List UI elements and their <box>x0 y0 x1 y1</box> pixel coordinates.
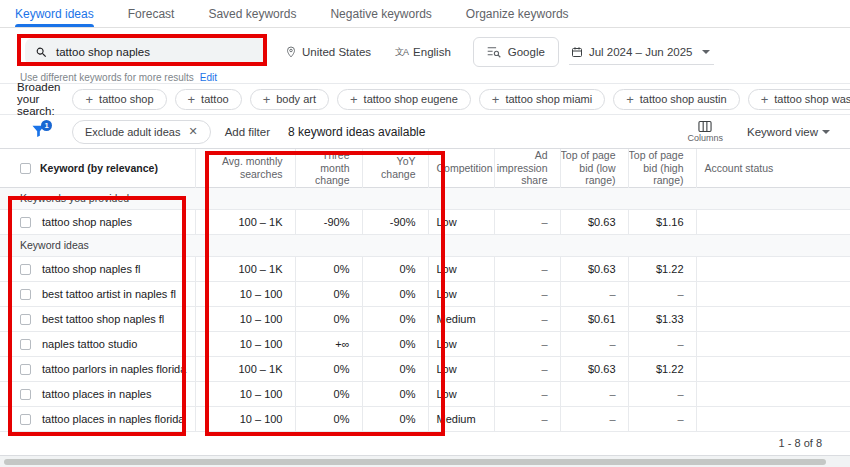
tab-label: Organize keywords <box>466 7 569 21</box>
close-icon[interactable]: ✕ <box>188 125 197 138</box>
broaden-chip-label: tattoo shop <box>99 93 153 105</box>
broaden-chip-label: body art <box>276 93 316 105</box>
cell-competition: Low <box>428 209 494 234</box>
broaden-chip[interactable]: +tattoo shop eugene <box>337 89 471 110</box>
header-ad-impression-share[interactable]: Ad impression share <box>494 149 560 187</box>
broaden-chip[interactable]: +tattoo shop washington <box>748 89 850 110</box>
columns-button[interactable]: Columns <box>688 121 724 143</box>
row-checkbox[interactable] <box>20 264 31 275</box>
date-range-value: Jul 2024 – Jun 2025 <box>589 46 693 58</box>
cell-yoy-change: -90% <box>362 209 428 234</box>
broaden-chip[interactable]: +body art <box>250 89 329 110</box>
header-avg-monthly-searches[interactable]: Avg. monthly searches <box>195 149 295 187</box>
cell-three-month-change: 0% <box>295 256 362 281</box>
translate-icon: 文A <box>395 46 408 59</box>
cell-keyword: best tattoo shop naples fl <box>40 306 195 331</box>
header-yoy-change[interactable]: YoY change <box>362 149 428 187</box>
location-value: United States <box>302 46 371 58</box>
cell-keyword: tattoo parlors in naples florida <box>40 356 195 381</box>
exclude-adult-ideas-chip[interactable]: Exclude adult ideas ✕ <box>72 120 211 144</box>
broaden-chip[interactable]: +tattoo shop austin <box>613 89 739 110</box>
table-row: tattoo places in naples florida10 – 1000… <box>0 406 850 431</box>
filter-count-badge: 1 <box>41 120 52 131</box>
tab-keyword-ideas[interactable]: Keyword ideas <box>15 0 94 27</box>
header-keyword[interactable]: Keyword (by relevance) <box>40 149 195 187</box>
keyword-planner-app: Keyword ideas Forecast Saved keywords Ne… <box>0 0 850 467</box>
section-title: Keywords you provided <box>0 187 850 209</box>
cell-avg-monthly-searches: 10 – 100 <box>195 306 295 331</box>
cell-avg-monthly-searches: 100 – 1K <box>195 256 295 281</box>
row-checkbox[interactable] <box>20 217 31 228</box>
section-header-row: Keywords you provided <box>0 187 850 209</box>
keyword-view-selector[interactable]: Keyword view <box>747 126 830 138</box>
cell-three-month-change: -90% <box>295 209 362 234</box>
header-top-of-page-bid-low[interactable]: Top of page bid (low range) <box>560 149 628 187</box>
cell-keyword: tattoo shop naples fl <box>40 256 195 281</box>
pagination-range: 1 - 8 of 8 <box>779 437 822 449</box>
cell-three-month-change: 0% <box>295 381 362 406</box>
header-competition[interactable]: Competition <box>428 149 494 187</box>
row-checkbox[interactable] <box>20 289 31 300</box>
cell-yoy-change: 0% <box>362 381 428 406</box>
search-input[interactable]: tattoo shop naples <box>25 38 267 66</box>
cell-yoy-change: 0% <box>362 306 428 331</box>
cell-account-status <box>696 209 850 234</box>
cell-yoy-change: 0% <box>362 331 428 356</box>
edit-keywords-link[interactable]: Edit <box>200 72 217 83</box>
row-checkbox[interactable] <box>20 339 31 350</box>
tab-bar: Keyword ideas Forecast Saved keywords Ne… <box>0 0 850 28</box>
broaden-chip[interactable]: +tattoo <box>175 89 242 110</box>
row-checkbox[interactable] <box>20 314 31 325</box>
network-value: Google <box>508 46 545 58</box>
table-row: tattoo places in naples10 – 1000%0%Low––… <box>0 381 850 406</box>
cell-top-of-page-bid-low: $0.63 <box>560 209 628 234</box>
search-icon <box>35 46 48 59</box>
broaden-chip[interactable]: +tattoo shop <box>72 89 166 110</box>
broaden-chip-label: tattoo shop miami <box>505 93 592 105</box>
header-three-month-change[interactable]: Three month change <box>295 149 362 187</box>
plus-icon: + <box>492 93 500 106</box>
cell-yoy-change: 0% <box>362 406 428 431</box>
network-selector[interactable]: Google <box>473 37 559 67</box>
tab-saved-keywords[interactable]: Saved keywords <box>208 0 296 27</box>
cell-top-of-page-bid-high: – <box>628 406 696 431</box>
cell-ad-impression-share: – <box>494 331 560 356</box>
broaden-chip[interactable]: +tattoo shop miami <box>479 89 605 110</box>
add-filter-button[interactable]: Add filter <box>225 126 270 138</box>
language-selector[interactable]: 文A English <box>395 46 451 59</box>
header-top-of-page-bid-high[interactable]: Top of page bid (high range) <box>628 149 696 187</box>
cell-ad-impression-share: – <box>494 256 560 281</box>
tab-forecast[interactable]: Forecast <box>128 0 175 27</box>
row-checkbox[interactable] <box>20 364 31 375</box>
plus-icon: + <box>761 93 769 106</box>
header-label: Three month change <box>296 149 350 187</box>
cell-competition: Low <box>428 281 494 306</box>
header-label: Top of page bid (low range) <box>561 149 616 187</box>
tab-organize-keywords[interactable]: Organize keywords <box>466 0 569 27</box>
cell-three-month-change: 0% <box>295 356 362 381</box>
cell-competition: Low <box>428 331 494 356</box>
cell-top-of-page-bid-low: $0.61 <box>560 306 628 331</box>
row-checkbox[interactable] <box>20 414 31 425</box>
location-selector[interactable]: United States <box>285 46 371 58</box>
cell-account-status <box>696 356 850 381</box>
pagination: 1 - 8 of 8 <box>0 432 850 456</box>
horizontal-scrollbar[interactable] <box>4 459 826 465</box>
plus-icon: + <box>85 93 93 106</box>
tab-label: Saved keywords <box>208 7 296 21</box>
tab-negative-keywords[interactable]: Negative keywords <box>330 0 431 27</box>
cell-ad-impression-share: – <box>494 209 560 234</box>
cell-top-of-page-bid-high: – <box>628 381 696 406</box>
cell-three-month-change: 0% <box>295 306 362 331</box>
keyword-table-body: Keywords you providedtattoo shop naples1… <box>0 187 850 431</box>
table-row: best tattoo artist in naples fl10 – 1000… <box>0 281 850 306</box>
select-all-checkbox[interactable] <box>20 163 31 174</box>
date-range-selector[interactable]: Jul 2024 – Jun 2025 <box>569 39 715 65</box>
row-checkbox[interactable] <box>20 389 31 400</box>
filter-funnel-icon[interactable]: 1 <box>30 123 50 141</box>
cell-three-month-change: 0% <box>295 406 362 431</box>
cell-top-of-page-bid-high: – <box>628 281 696 306</box>
section-title: Keyword ideas <box>0 234 850 256</box>
header-account-status[interactable]: Account status <box>696 149 850 187</box>
search-query: tattoo shop naples <box>56 46 150 58</box>
